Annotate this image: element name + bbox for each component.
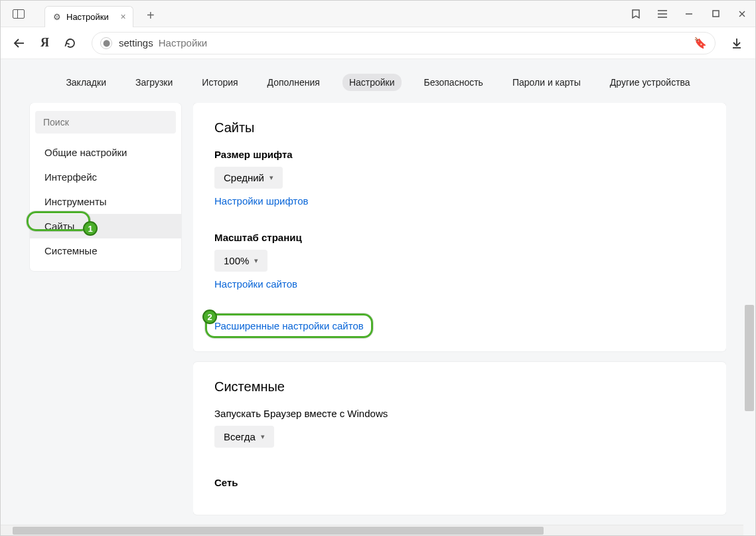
panel-toggle-icon[interactable]: [13, 9, 25, 19]
settings-sidebar: Общие настройки Интерфейс Инструменты Са…: [30, 103, 181, 271]
menu-icon[interactable]: [657, 9, 668, 19]
omnibox[interactable]: ⬤ settingsНастройки 🔖: [92, 32, 716, 54]
system-heading: Системные: [214, 379, 705, 395]
topnav-devices[interactable]: Другие устройства: [603, 74, 697, 91]
advanced-site-settings-link[interactable]: Расширенные настройки сайтов: [214, 320, 364, 331]
close-window-button[interactable]: [737, 9, 747, 19]
annotation-badge-1: 1: [83, 221, 98, 236]
close-tab-icon[interactable]: ×: [121, 11, 126, 22]
vertical-scrollbar-thumb[interactable]: [745, 305, 754, 411]
reload-button[interactable]: [64, 37, 77, 50]
bookmarks-panel-icon[interactable]: [631, 9, 641, 19]
font-size-label: Размер шрифта: [214, 149, 705, 160]
svg-rect-4: [713, 11, 719, 17]
yandex-logo-icon[interactable]: Я: [40, 36, 49, 50]
topnav-security[interactable]: Безопасность: [417, 74, 490, 91]
sidebar-item-tools[interactable]: Инструменты: [30, 189, 181, 214]
sidebar-item-system[interactable]: Системные: [30, 238, 181, 263]
autostart-select[interactable]: Всегда: [214, 426, 274, 448]
settings-panel: Сайты Размер шрифта Средний Настройки шр…: [193, 103, 726, 535]
horizontal-scrollbar[interactable]: [1, 525, 743, 535]
omnibox-text: settingsНастройки: [119, 37, 207, 48]
annotation-badge-2: 2: [202, 310, 217, 324]
site-settings-link[interactable]: Настройки сайтов: [214, 278, 297, 290]
font-size-select[interactable]: Средний: [214, 167, 283, 189]
minimize-button[interactable]: [684, 9, 694, 19]
topnav-passwords[interactable]: Пароли и карты: [506, 74, 587, 91]
sidebar-item-sites[interactable]: Сайты 1: [30, 214, 181, 238]
network-label: Сеть: [214, 477, 705, 488]
topnav-history[interactable]: История: [195, 74, 244, 91]
font-settings-link[interactable]: Настройки шрифтов: [214, 195, 309, 207]
downloads-button[interactable]: [730, 37, 743, 50]
topnav-bookmarks[interactable]: Закладки: [59, 74, 113, 91]
sidebar-item-general[interactable]: Общие настройки: [30, 140, 181, 165]
settings-search-input[interactable]: [35, 111, 176, 134]
sidebar-item-interface[interactable]: Интерфейс: [30, 165, 181, 189]
sites-heading: Сайты: [214, 120, 705, 135]
tab-title: Настройки: [66, 12, 109, 22]
sidebar-item-label: Сайты: [44, 221, 74, 232]
back-button[interactable]: [13, 37, 26, 50]
browser-tab[interactable]: ⚙ Настройки ×: [44, 6, 133, 27]
gear-icon: ⚙: [53, 12, 61, 22]
maximize-button[interactable]: [710, 9, 721, 19]
titlebar: ⚙ Настройки × +: [1, 1, 755, 27]
sites-card: Сайты Размер шрифта Средний Настройки шр…: [193, 103, 726, 351]
settings-page: Закладки Загрузки История Дополнения Нас…: [1, 59, 755, 535]
bookmark-icon[interactable]: 🔖: [694, 37, 707, 49]
horizontal-scrollbar-thumb[interactable]: [13, 527, 544, 535]
settings-topnav: Закладки Загрузки История Дополнения Нас…: [1, 59, 755, 103]
topnav-addons[interactable]: Дополнения: [261, 74, 327, 91]
topnav-settings[interactable]: Настройки: [342, 74, 402, 91]
autostart-label: Запускать Браузер вместе с Windows: [214, 408, 705, 419]
address-bar: Я ⬤ settingsНастройки 🔖: [1, 27, 755, 59]
topnav-downloads[interactable]: Загрузки: [129, 74, 179, 91]
zoom-label: Масштаб страниц: [214, 232, 705, 243]
new-tab-button[interactable]: +: [141, 7, 160, 25]
site-info-icon[interactable]: ⬤: [100, 37, 112, 49]
zoom-select[interactable]: 100%: [214, 250, 267, 272]
system-card: Системные Запускать Браузер вместе с Win…: [193, 362, 726, 515]
